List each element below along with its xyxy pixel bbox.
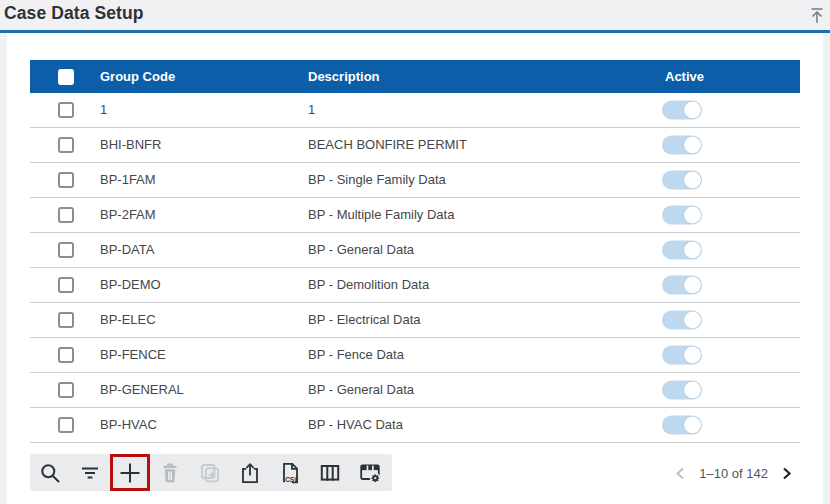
table-gear-icon xyxy=(358,461,382,485)
search-icon xyxy=(38,461,62,485)
plus-icon xyxy=(118,461,142,485)
toggle-knob xyxy=(684,347,701,364)
upload-button[interactable] xyxy=(230,454,270,491)
cell-group-code: BP-2FAM xyxy=(100,198,156,232)
active-toggle[interactable] xyxy=(662,346,702,365)
cell-description: BP - Single Family Data xyxy=(308,163,446,197)
table-row[interactable]: BP-ELEC BP - Electrical Data xyxy=(30,303,800,338)
trash-icon xyxy=(158,461,182,485)
page-title: Case Data Setup xyxy=(4,3,144,24)
toggle-knob xyxy=(684,207,701,224)
column-header-group-code[interactable]: Group Code xyxy=(100,60,175,93)
next-page-button[interactable] xyxy=(777,464,795,483)
column-header-description[interactable]: Description xyxy=(308,60,380,93)
toggle-knob xyxy=(684,172,701,189)
cell-group-code: BP-1FAM xyxy=(100,163,156,197)
columns-icon xyxy=(318,461,342,485)
toggle-knob xyxy=(684,242,701,259)
scroll-to-top-icon[interactable] xyxy=(809,7,825,24)
active-toggle[interactable] xyxy=(662,136,702,155)
active-toggle[interactable] xyxy=(662,416,702,435)
csv-file-icon: CSV xyxy=(278,461,302,485)
columns-button[interactable] xyxy=(310,454,350,491)
table-toolbar: CSV xyxy=(30,454,392,491)
add-button[interactable] xyxy=(110,454,150,491)
active-toggle[interactable] xyxy=(662,171,702,190)
active-toggle[interactable] xyxy=(662,101,702,120)
cell-description: BEACH BONFIRE PERMIT xyxy=(308,128,467,162)
active-toggle[interactable] xyxy=(662,206,702,225)
table-row[interactable]: BHI-BNFR BEACH BONFIRE PERMIT xyxy=(30,128,800,163)
page-range-label: 1–10 of 142 xyxy=(699,466,768,481)
svg-text:CSV: CSV xyxy=(285,475,299,482)
table-row[interactable]: BP-HVAC BP - HVAC Data xyxy=(30,408,800,443)
upload-icon xyxy=(238,461,262,485)
table-header-row: Group Code Description Active xyxy=(30,60,800,93)
cell-group-code: 1 xyxy=(100,93,107,127)
cell-description: 1 xyxy=(308,93,315,127)
case-data-table: Group Code Description Active 1 1 BHI-BN… xyxy=(30,60,800,443)
column-header-active[interactable]: Active xyxy=(665,60,704,93)
table-row[interactable]: BP-FENCE BP - Fence Data xyxy=(30,338,800,373)
cell-group-code: BP-DEMO xyxy=(100,268,161,302)
toggle-knob xyxy=(684,102,701,119)
cell-description: BP - Electrical Data xyxy=(308,303,420,337)
toggle-knob xyxy=(684,382,701,399)
active-toggle[interactable] xyxy=(662,241,702,260)
cell-group-code: BP-HVAC xyxy=(100,408,157,442)
grid-settings-button[interactable] xyxy=(350,454,390,491)
toggle-knob xyxy=(684,312,701,329)
delete-button[interactable] xyxy=(150,454,190,491)
table-row[interactable]: 1 1 xyxy=(30,93,800,128)
row-checkbox[interactable] xyxy=(58,347,74,363)
row-checkbox[interactable] xyxy=(58,102,74,118)
search-button[interactable] xyxy=(30,454,70,491)
table-row[interactable]: BP-DEMO BP - Demolition Data xyxy=(30,268,800,303)
previous-page-button[interactable] xyxy=(672,464,690,483)
cell-description: BP - Demolition Data xyxy=(308,268,429,302)
toggle-knob xyxy=(684,417,701,434)
cell-description: BP - General Data xyxy=(308,373,414,407)
cell-group-code: BP-GENERAL xyxy=(100,373,184,407)
row-checkbox[interactable] xyxy=(58,382,74,398)
cell-description: BP - Fence Data xyxy=(308,338,404,372)
chevron-right-icon xyxy=(777,464,795,483)
table-row[interactable]: BP-DATA BP - General Data xyxy=(30,233,800,268)
export-csv-button[interactable]: CSV xyxy=(270,454,310,491)
filter-icon xyxy=(78,461,102,485)
cell-group-code: BP-ELEC xyxy=(100,303,156,337)
row-checkbox[interactable] xyxy=(58,277,74,293)
cell-group-code: BP-FENCE xyxy=(100,338,166,372)
active-toggle[interactable] xyxy=(662,381,702,400)
cell-group-code: BHI-BNFR xyxy=(100,128,161,162)
duplicate-button[interactable] xyxy=(190,454,230,491)
table-row[interactable]: BP-GENERAL BP - General Data xyxy=(30,373,800,408)
toggle-knob xyxy=(684,137,701,154)
row-checkbox[interactable] xyxy=(58,312,74,328)
row-checkbox[interactable] xyxy=(58,137,74,153)
filter-button[interactable] xyxy=(70,454,110,491)
table-row[interactable]: BP-2FAM BP - Multiple Family Data xyxy=(30,198,800,233)
cell-group-code: BP-DATA xyxy=(100,233,154,267)
table-row[interactable]: BP-1FAM BP - Single Family Data xyxy=(30,163,800,198)
content-panel: Group Code Description Active 1 1 BHI-BN… xyxy=(7,33,823,504)
active-toggle[interactable] xyxy=(662,311,702,330)
active-toggle[interactable] xyxy=(662,276,702,295)
row-checkbox[interactable] xyxy=(58,172,74,188)
cell-description: BP - General Data xyxy=(308,233,414,267)
copy-add-icon xyxy=(198,461,222,485)
row-checkbox[interactable] xyxy=(58,242,74,258)
select-all-checkbox[interactable] xyxy=(58,69,74,85)
row-checkbox[interactable] xyxy=(58,207,74,223)
row-checkbox[interactable] xyxy=(58,417,74,433)
toggle-knob xyxy=(684,277,701,294)
pagination: 1–10 of 142 xyxy=(672,459,795,487)
chevron-left-icon xyxy=(672,464,690,483)
cell-description: BP - Multiple Family Data xyxy=(308,198,454,232)
cell-description: BP - HVAC Data xyxy=(308,408,403,442)
